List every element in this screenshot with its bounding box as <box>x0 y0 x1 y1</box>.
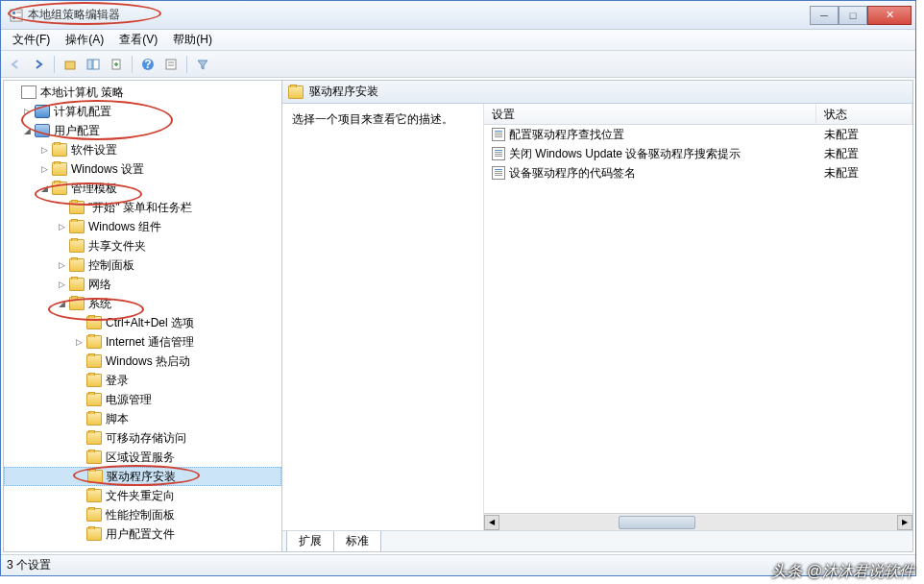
tree-user-config[interactable]: ◢用户配置 <box>4 121 281 140</box>
tree-locale-services[interactable]: 区域设置服务 <box>4 448 281 467</box>
tree-system[interactable]: ◢系统 <box>4 294 281 313</box>
tree-power-mgmt[interactable]: 电源管理 <box>4 390 281 409</box>
help-button[interactable]: ? <box>137 54 158 75</box>
window-title: 本地组策略编辑器 <box>28 7 810 23</box>
tree-network[interactable]: ▷网络 <box>4 275 281 294</box>
watermark: 头条 @沐沐君说软件 <box>771 562 914 582</box>
list-item[interactable]: 配置驱动程序查找位置 未配置 <box>484 125 912 144</box>
column-setting[interactable]: 设置 <box>484 104 816 124</box>
svg-text:?: ? <box>144 58 151 71</box>
tree-windows-hotstart[interactable]: Windows 热启动 <box>4 352 281 371</box>
user-icon <box>35 124 50 137</box>
export-button[interactable] <box>106 54 127 75</box>
tree-internet-comm[interactable]: ▷Internet 通信管理 <box>4 332 281 352</box>
details-title: 驱动程序安装 <box>309 84 378 100</box>
folder-icon <box>86 316 102 329</box>
svg-rect-6 <box>87 60 92 69</box>
list-item[interactable]: 设备驱动程序的代码签名 未配置 <box>484 163 912 182</box>
tree-windows-settings[interactable]: ▷Windows 设置 <box>4 159 281 179</box>
svg-rect-11 <box>166 60 176 69</box>
maximize-button[interactable]: □ <box>839 6 867 25</box>
expander-icon[interactable] <box>73 528 85 540</box>
tree-panel[interactable]: 本地计算机 策略 ▷计算机配置 ◢用户配置 ▷软件设置 ▷Windows 设置 … <box>4 81 282 551</box>
expander-icon[interactable] <box>73 413 85 425</box>
folder-icon <box>86 450 102 464</box>
svg-rect-5 <box>65 61 75 69</box>
list-item[interactable]: 关闭 Windows Update 设备驱动程序搜索提示 未配置 <box>484 144 912 163</box>
close-button[interactable]: ✕ <box>867 6 912 25</box>
properties-button[interactable] <box>160 54 182 75</box>
folder-icon <box>69 258 85 272</box>
expander-icon[interactable]: ▷ <box>38 144 50 156</box>
menu-file[interactable]: 文件(F) <box>5 30 58 50</box>
expander-icon[interactable] <box>74 471 85 482</box>
tree-removable-storage[interactable]: 可移动存储访问 <box>4 428 281 448</box>
folder-icon <box>69 239 85 253</box>
details-header: 驱动程序安装 <box>282 81 912 104</box>
expander-icon[interactable] <box>73 509 85 521</box>
scroll-right-button[interactable]: ▶ <box>897 515 912 530</box>
back-button[interactable] <box>5 54 26 75</box>
expander-icon[interactable]: ▷ <box>56 279 67 290</box>
filter-button[interactable] <box>192 54 213 75</box>
tree-start-menu[interactable]: "开始" 菜单和任务栏 <box>4 198 281 217</box>
expander-icon[interactable]: ◢ <box>21 125 33 136</box>
expander-icon[interactable] <box>8 86 19 98</box>
folder-icon <box>86 489 102 502</box>
horizontal-scrollbar[interactable]: ◀ ▶ <box>484 513 912 530</box>
menu-view[interactable]: 查看(V) <box>111 30 165 50</box>
tree-user-config-files[interactable]: 用户配置文件 <box>4 524 281 544</box>
scroll-left-button[interactable]: ◀ <box>484 515 499 530</box>
details-panel: 驱动程序安装 选择一个项目来查看它的描述。 设置 状态 配置驱动程序查找位置 未… <box>282 81 912 551</box>
folder-icon <box>69 278 85 291</box>
expander-icon[interactable] <box>73 355 85 367</box>
tree-scripts[interactable]: 脚本 <box>4 409 281 428</box>
tree-perf-ctrl-panel[interactable]: 性能控制面板 <box>4 505 281 524</box>
expander-icon[interactable] <box>73 317 85 328</box>
scroll-thumb[interactable] <box>619 516 695 529</box>
tree-folder-redirect[interactable]: 文件夹重定向 <box>4 486 281 505</box>
expander-icon[interactable]: ▷ <box>38 163 50 175</box>
tree-shared-folders[interactable]: 共享文件夹 <box>4 236 281 256</box>
svg-rect-0 <box>11 10 22 21</box>
view-tabs: 扩展 标准 <box>282 530 912 551</box>
folder-icon <box>87 470 103 483</box>
forward-button[interactable] <box>28 54 49 75</box>
expander-icon[interactable]: ▷ <box>21 106 33 117</box>
tab-extended[interactable]: 扩展 <box>286 531 334 552</box>
folder-icon <box>86 354 102 368</box>
tree-login[interactable]: 登录 <box>4 371 281 390</box>
tree-software-settings[interactable]: ▷软件设置 <box>4 140 281 159</box>
expander-icon[interactable]: ▷ <box>73 336 85 348</box>
show-tree-button[interactable] <box>83 54 104 75</box>
list-header: 设置 状态 <box>484 104 912 125</box>
folder-icon <box>86 393 102 406</box>
expander-icon[interactable] <box>73 375 85 386</box>
expander-icon[interactable]: ▷ <box>56 259 67 271</box>
expander-icon[interactable] <box>56 202 67 213</box>
expander-icon[interactable] <box>73 432 85 444</box>
tree-ctrl-alt-del[interactable]: Ctrl+Alt+Del 选项 <box>4 313 281 332</box>
settings-list: 配置驱动程序查找位置 未配置 关闭 Windows Update 设备驱动程序搜… <box>484 125 912 513</box>
tree-driver-install[interactable]: 驱动程序安装 <box>4 467 281 486</box>
expander-icon[interactable] <box>73 451 85 463</box>
menu-action[interactable]: 操作(A) <box>58 30 111 50</box>
expander-icon[interactable]: ◢ <box>38 182 50 194</box>
expander-icon[interactable] <box>73 490 85 501</box>
column-state[interactable]: 状态 <box>816 104 912 124</box>
tree-windows-components[interactable]: ▷Windows 组件 <box>4 217 281 236</box>
expander-icon[interactable]: ▷ <box>56 221 67 232</box>
expander-icon[interactable] <box>73 394 85 405</box>
folder-icon <box>86 527 102 541</box>
tree-computer-config[interactable]: ▷计算机配置 <box>4 102 281 121</box>
tree-admin-templates[interactable]: ◢管理模板 <box>4 179 281 198</box>
tab-standard[interactable]: 标准 <box>333 531 381 552</box>
tree-control-panel[interactable]: ▷控制面板 <box>4 256 281 275</box>
folder-icon <box>52 162 67 176</box>
tree-root[interactable]: 本地计算机 策略 <box>4 83 281 102</box>
menu-help[interactable]: 帮助(H) <box>165 30 220 50</box>
minimize-button[interactable]: ─ <box>810 6 839 25</box>
up-button[interactable] <box>60 54 81 75</box>
expander-icon[interactable] <box>56 240 67 252</box>
expander-icon[interactable]: ◢ <box>56 298 67 309</box>
